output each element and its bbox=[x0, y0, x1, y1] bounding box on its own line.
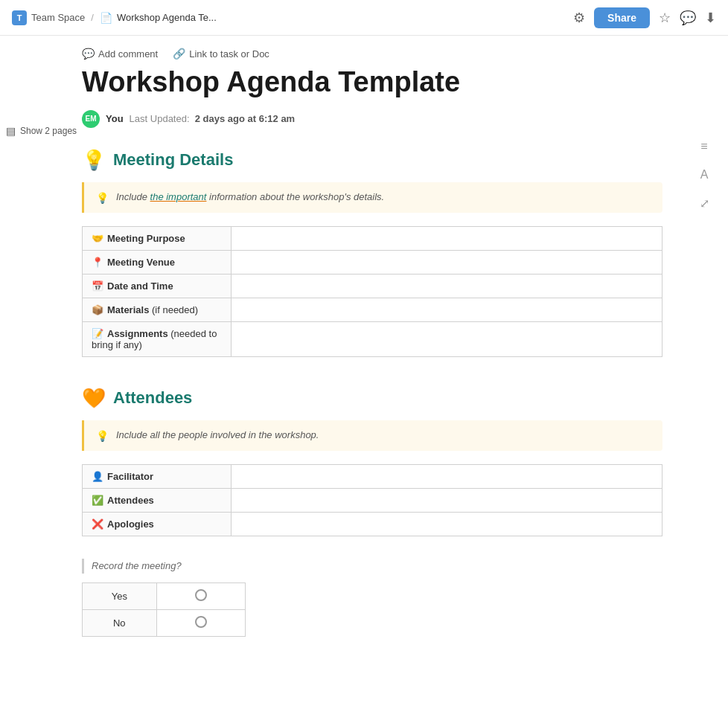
package-icon: 📦 bbox=[92, 304, 103, 315]
radio-row-no: No bbox=[83, 609, 246, 636]
show-pages-label: Show 2 pages bbox=[20, 126, 77, 136]
attendees-callout: 💡 Include all the people involved in the… bbox=[82, 420, 662, 451]
meeting-details-table: 🤝Meeting Purpose 📍Meeting Venue 📅Date an… bbox=[82, 226, 662, 357]
text-size-icon[interactable]: A bbox=[700, 168, 709, 182]
table-cell-value[interactable] bbox=[232, 464, 662, 488]
table-row: 👤Facilitator bbox=[83, 464, 662, 488]
topbar-left: T Team Space / 📄 Workshop Agenda Te... bbox=[12, 10, 573, 25]
notepad-icon: 📝 bbox=[92, 328, 103, 339]
table-cell-label: 📝Assignments (needed to bring if any) bbox=[83, 321, 232, 356]
table-cell-label: 👤Facilitator bbox=[83, 464, 232, 488]
record-label-row: Record the meeting? bbox=[82, 559, 662, 574]
author-name: You bbox=[106, 113, 124, 124]
record-label: Record the meeting? bbox=[92, 560, 182, 571]
show-pages-button[interactable]: ▤ Show 2 pages bbox=[6, 125, 82, 137]
table-cell-label: 🤝Meeting Purpose bbox=[83, 226, 232, 250]
expand-icon[interactable]: ⤢ bbox=[700, 196, 709, 211]
main-layout: ▤ Show 2 pages 💬 Add comment 🔗 Link to t… bbox=[0, 36, 728, 667]
radio-yes-label: Yes bbox=[83, 582, 157, 609]
topbar-right: ⚙ Share ☆ 💬 ⬇ bbox=[573, 7, 716, 28]
table-row: 📝Assignments (needed to bring if any) bbox=[83, 321, 662, 356]
radio-no-cell[interactable] bbox=[156, 609, 245, 636]
link-to-task-button[interactable]: 🔗 Link to task or Doc bbox=[173, 48, 269, 60]
record-border bbox=[82, 559, 84, 574]
document-title: Workshop Agenda Template bbox=[82, 65, 662, 100]
author-row: EM You Last Updated: 2 days ago at 6:12 … bbox=[82, 110, 662, 128]
handshake-icon: 🤝 bbox=[92, 233, 103, 244]
comment-add-icon: 💬 bbox=[82, 48, 95, 60]
meeting-details-title: Meeting Details bbox=[113, 150, 233, 170]
radio-yes-button[interactable] bbox=[195, 589, 207, 601]
table-cell-value[interactable] bbox=[232, 226, 662, 250]
radio-no-label: No bbox=[83, 609, 157, 636]
star-icon[interactable]: ☆ bbox=[659, 10, 671, 26]
attendees-emoji: 🧡 bbox=[82, 387, 106, 410]
callout-lightbulb-icon: 💡 bbox=[96, 192, 109, 204]
pin-icon: 📍 bbox=[92, 257, 103, 268]
add-comment-label: Add comment bbox=[98, 48, 158, 60]
attendees-callout-text: Include all the people involved in the w… bbox=[116, 429, 319, 440]
record-meeting-section: Record the meeting? Yes No bbox=[82, 559, 662, 637]
table-cell-value[interactable] bbox=[232, 298, 662, 321]
table-cell-value[interactable] bbox=[232, 274, 662, 298]
attendees-section: 🧡 Attendees 💡 Include all the people inv… bbox=[82, 387, 662, 536]
comment-icon[interactable]: 💬 bbox=[680, 10, 696, 26]
calendar-icon: 📅 bbox=[92, 280, 103, 292]
table-cell-label: 📍Meeting Venue bbox=[83, 250, 232, 274]
table-cell-label: ✅Attendees bbox=[83, 488, 232, 512]
breadcrumb-team-space[interactable]: Team Space bbox=[31, 12, 85, 23]
attendees-heading: 🧡 Attendees bbox=[82, 387, 662, 410]
left-sidebar: ▤ Show 2 pages bbox=[0, 36, 82, 667]
topbar: T Team Space / 📄 Workshop Agenda Te... ⚙… bbox=[0, 0, 728, 36]
radio-no-button[interactable] bbox=[195, 616, 207, 628]
meeting-details-section: 💡 Meeting Details 💡 Include the importan… bbox=[82, 149, 662, 357]
share-button[interactable]: Share bbox=[594, 7, 650, 28]
attendees-table: 👤Facilitator ✅Attendees ❌Apologies bbox=[82, 464, 662, 536]
radio-row-yes: Yes bbox=[83, 582, 246, 609]
table-cell-label: 📅Date and Time bbox=[83, 274, 232, 298]
record-radio-table: Yes No bbox=[82, 582, 246, 637]
table-cell-value[interactable] bbox=[232, 321, 662, 356]
settings-icon[interactable]: ⚙ bbox=[573, 10, 585, 26]
download-icon[interactable]: ⬇ bbox=[705, 10, 716, 26]
table-cell-value[interactable] bbox=[232, 512, 662, 536]
table-row: 🤝Meeting Purpose bbox=[83, 226, 662, 250]
check-icon: ✅ bbox=[92, 495, 103, 506]
callout-text: Include the important information about … bbox=[116, 191, 384, 202]
table-row: 📍Meeting Venue bbox=[83, 250, 662, 274]
avatar: EM bbox=[82, 110, 100, 128]
doc-icon: 📄 bbox=[100, 12, 112, 24]
meeting-details-heading: 💡 Meeting Details bbox=[82, 149, 662, 172]
table-row: 📦Materials (if needed) bbox=[83, 298, 662, 321]
callout-lightbulb-icon-2: 💡 bbox=[96, 430, 109, 442]
link-label: Link to task or Doc bbox=[189, 48, 269, 60]
content-area: 💬 Add comment 🔗 Link to task or Doc Work… bbox=[82, 36, 692, 667]
last-updated: Last Updated: 2 days ago at 6:12 am bbox=[130, 113, 296, 124]
team-space-icon: T bbox=[12, 10, 27, 25]
cross-icon: ❌ bbox=[92, 519, 103, 530]
add-comment-button[interactable]: 💬 Add comment bbox=[82, 48, 158, 60]
pages-icon: ▤ bbox=[6, 125, 16, 137]
table-cell-value[interactable] bbox=[232, 250, 662, 274]
table-row: ✅Attendees bbox=[83, 488, 662, 512]
table-row: ❌Apologies bbox=[83, 512, 662, 536]
outline-icon[interactable]: ≡ bbox=[700, 140, 707, 153]
meeting-details-emoji: 💡 bbox=[82, 149, 106, 172]
right-sidebar: ≡ A ⤢ bbox=[692, 36, 716, 667]
doc-toolbar: 💬 Add comment 🔗 Link to task or Doc bbox=[82, 36, 662, 65]
table-row: 📅Date and Time bbox=[83, 274, 662, 298]
table-cell-value[interactable] bbox=[232, 488, 662, 512]
meeting-details-callout: 💡 Include the important information abou… bbox=[82, 182, 662, 213]
attendees-title: Attendees bbox=[113, 388, 192, 408]
link-icon: 🔗 bbox=[173, 48, 185, 60]
table-cell-label: ❌Apologies bbox=[83, 512, 232, 536]
table-cell-label: 📦Materials (if needed) bbox=[83, 298, 232, 321]
facilitator-icon: 👤 bbox=[92, 471, 103, 482]
radio-yes-cell[interactable] bbox=[156, 582, 245, 609]
breadcrumb-doc-title[interactable]: Workshop Agenda Te... bbox=[117, 12, 217, 23]
breadcrumb-separator: / bbox=[91, 12, 94, 23]
